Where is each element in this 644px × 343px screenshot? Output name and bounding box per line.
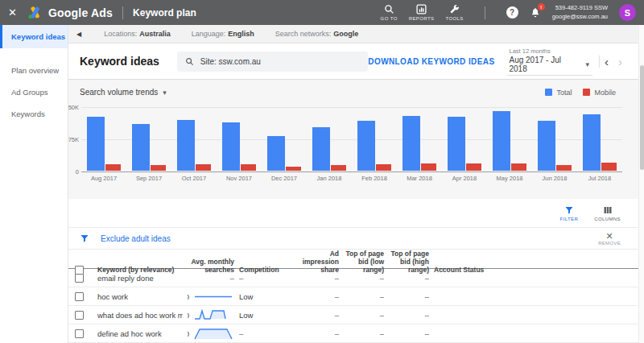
- competition-cell: Low: [239, 311, 289, 320]
- table-row[interactable]: define ad hoc work10––––: [68, 324, 638, 343]
- select-all-checkbox[interactable]: [75, 266, 84, 275]
- tools-button[interactable]: TOOLS: [445, 4, 463, 21]
- x-tick-label: Sep 2017: [126, 175, 171, 182]
- chart-type-dropdown[interactable]: Search volume trends ▾: [80, 88, 167, 97]
- site-search-value: Site: ssw.com.au: [200, 57, 261, 66]
- x-tick-label: Mar 2018: [397, 175, 442, 182]
- ad-impression-cell: –: [294, 311, 339, 320]
- column-header-high-bid[interactable]: Top of page bid (high range): [389, 250, 429, 275]
- table-toolbar: FILTER COLUMNS: [68, 199, 638, 228]
- column-header-low-bid[interactable]: Top of page bid (low range): [344, 250, 384, 275]
- x-tick-label: Jul 2018: [577, 175, 622, 182]
- keyword-cell: define ad hoc work: [97, 329, 183, 338]
- download-keyword-ideas-button[interactable]: DOWNLOAD KEYWORD IDEAS: [368, 57, 494, 66]
- column-header-ad-impression[interactable]: Ad impression share: [294, 250, 339, 275]
- trend-sparkline: [192, 327, 234, 341]
- sidebar-item-keywords[interactable]: Keywords: [0, 103, 68, 125]
- table-row[interactable]: what does ad hoc work mean10Low–––: [68, 306, 638, 324]
- chart-legend: Total Mobile: [545, 89, 616, 97]
- x-tick-label: May 2018: [487, 175, 532, 182]
- filter-button[interactable]: FILTER: [560, 205, 579, 221]
- vertical-scrollbar[interactable]: [638, 25, 644, 343]
- reports-icon: [416, 4, 427, 14]
- mobile-bar: [196, 164, 211, 171]
- date-range-dropdown[interactable]: Last 12 months Aug 2017 - Jul 2018 ▾: [507, 48, 592, 76]
- section-title: Keyword ideas: [80, 55, 159, 68]
- google-ads-brand[interactable]: Google Ads: [27, 6, 113, 19]
- x-tick-label: Jun 2018: [532, 175, 577, 182]
- mobile-bar: [241, 164, 256, 171]
- language-setting[interactable]: Language:English: [192, 30, 254, 38]
- column-header-account-status[interactable]: Account Status: [434, 266, 632, 274]
- trend-sparkline: [192, 290, 234, 304]
- sidebar-item-ad-groups[interactable]: Ad Groups: [0, 81, 68, 103]
- ad-impression-cell: –: [294, 274, 339, 283]
- locations-setting[interactable]: Locations:Australia: [104, 30, 171, 38]
- sidebar-item-plan-overview[interactable]: Plan overview: [0, 60, 68, 81]
- legend-mobile: Mobile: [583, 89, 616, 97]
- networks-setting[interactable]: Search networks:Google: [275, 30, 359, 38]
- high-bid-cell: –: [389, 292, 429, 301]
- topbar-divider: [485, 6, 485, 19]
- brand-name: Google Ads: [48, 6, 113, 19]
- remove-filter-button[interactable]: ✕ REMOVE: [598, 232, 621, 246]
- active-filter-row: Exclude adult ideas ✕ REMOVE: [68, 228, 638, 250]
- avatar[interactable]: S: [619, 4, 636, 21]
- total-swatch: [545, 89, 552, 96]
- low-bid-cell: –: [344, 292, 384, 301]
- account-email: google@ssw.com.au: [552, 13, 608, 21]
- account-info[interactable]: 539-482-9119 SSW google@ssw.com.au: [552, 4, 608, 20]
- mobile-bar: [105, 164, 121, 171]
- sidebar: Keyword ideasPlan overviewAd GroupsKeywo…: [0, 25, 68, 343]
- sidebar-item-keyword-ideas[interactable]: Keyword ideas: [0, 25, 68, 48]
- high-bid-cell: –: [389, 329, 429, 338]
- ad-impression-cell: –: [294, 329, 339, 338]
- total-bar: [267, 136, 285, 171]
- next-period-button[interactable]: ›: [613, 56, 627, 68]
- row-checkbox[interactable]: [75, 274, 84, 283]
- searches-cell: 10: [188, 290, 234, 304]
- date-range-value: Aug 2017 - Jul 2018: [509, 56, 574, 73]
- bar-group: Dec 2017: [262, 107, 307, 172]
- low-bid-cell: –: [344, 311, 384, 320]
- close-icon: ✕: [605, 232, 613, 241]
- scrollbar-thumb[interactable]: [640, 65, 644, 170]
- search-icon: [384, 4, 394, 14]
- row-checkbox[interactable]: [75, 311, 84, 320]
- notifications-bell-icon[interactable]: !: [530, 6, 541, 19]
- close-icon[interactable]: ✕: [8, 6, 27, 19]
- column-header-searches[interactable]: Avg. monthly searches: [188, 258, 234, 274]
- ad-impression-cell: –: [294, 292, 339, 301]
- bar-group: Nov 2017: [217, 107, 262, 172]
- total-bar: [448, 117, 465, 171]
- reports-button[interactable]: REPORTS: [409, 4, 435, 21]
- filter-funnel-icon: [564, 205, 574, 215]
- bar-group: Oct 2017: [171, 107, 217, 172]
- total-bar: [87, 117, 105, 171]
- low-bid-cell: –: [344, 274, 384, 283]
- keyword-cell: hoc work: [97, 292, 183, 301]
- columns-icon: [603, 205, 613, 215]
- bar-group: Sep 2017: [126, 107, 171, 172]
- mobile-bar: [286, 167, 301, 171]
- exclude-adult-ideas-filter[interactable]: Exclude adult ideas: [101, 234, 171, 243]
- goto-button[interactable]: GO TO: [381, 4, 398, 21]
- mobile-bar: [331, 165, 346, 171]
- search-volume-chart-card: Search volume trends ▾ Total Mobile: [68, 80, 638, 199]
- google-ads-logo-icon: [27, 6, 43, 19]
- total-bar: [583, 114, 601, 171]
- row-checkbox[interactable]: [75, 292, 84, 301]
- mobile-bar: [511, 163, 526, 171]
- searches-cell: 10: [188, 308, 234, 322]
- bar-group: Apr 2018: [442, 107, 487, 172]
- site-search-input[interactable]: Site: ssw.com.au: [177, 52, 369, 72]
- row-checkbox[interactable]: [75, 329, 84, 338]
- total-bar: [357, 121, 375, 171]
- help-icon[interactable]: ?: [506, 6, 518, 19]
- previous-period-button[interactable]: ‹: [599, 56, 613, 68]
- columns-button[interactable]: COLUMNS: [594, 205, 621, 221]
- topbar-divider: [122, 6, 123, 19]
- collapse-back-icon[interactable]: ◀: [76, 31, 81, 38]
- bar-chart-plot: Aug 2017Sep 2017Oct 2017Nov 2017Dec 2017…: [81, 107, 622, 172]
- table-row[interactable]: hoc work10Low–––: [68, 287, 638, 306]
